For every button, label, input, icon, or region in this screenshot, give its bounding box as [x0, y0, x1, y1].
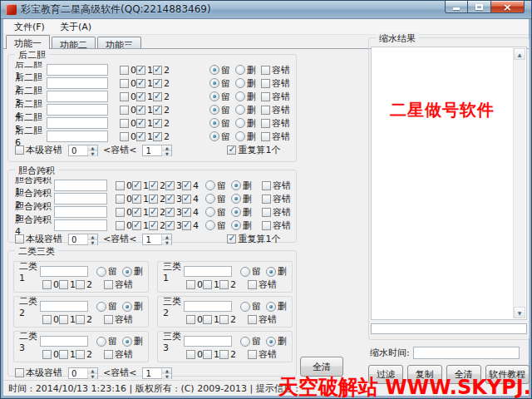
- keep-radio[interactable]: [96, 337, 106, 347]
- spinner-arrows[interactable]: ▲▼: [87, 234, 97, 244]
- repeat-count-checkbox[interactable]: [227, 145, 236, 155]
- digit-4-checkbox[interactable]: [182, 208, 191, 217]
- delete-radio[interactable]: [235, 78, 245, 88]
- digit-3-checkbox[interactable]: [165, 181, 175, 190]
- spinner-up-icon[interactable]: ▲: [88, 234, 97, 240]
- tolerance-max-spinner[interactable]: 1▲▼: [142, 234, 172, 245]
- spinner-down-icon[interactable]: ▼: [88, 151, 97, 156]
- digit-4-checkbox[interactable]: [182, 221, 191, 230]
- digit-1-checkbox[interactable]: [132, 208, 141, 217]
- delete-radio[interactable]: [266, 337, 276, 347]
- digit-2-checkbox[interactable]: [219, 280, 229, 289]
- class3-3-input[interactable]: [184, 336, 232, 347]
- dan-4-input[interactable]: [47, 104, 108, 116]
- digit-0-checkbox[interactable]: [120, 79, 129, 88]
- keep-radio[interactable]: [240, 302, 250, 312]
- keep-radio[interactable]: [209, 118, 219, 128]
- tolerance-min-spinner[interactable]: 0▲▼: [68, 234, 98, 245]
- digit-2-checkbox[interactable]: [153, 79, 162, 88]
- result-scrollbar[interactable]: ▲ ▼: [513, 48, 525, 318]
- class2-3-input[interactable]: [40, 336, 88, 347]
- delete-radio[interactable]: [231, 180, 241, 190]
- digit-4-checkbox[interactable]: [182, 195, 191, 204]
- tolerance-checkbox[interactable]: [261, 119, 270, 128]
- tolerance-checkbox[interactable]: [248, 315, 257, 324]
- delete-radio[interactable]: [235, 105, 245, 115]
- digit-3-checkbox[interactable]: [165, 221, 175, 230]
- digit-1-checkbox[interactable]: [136, 119, 145, 128]
- tab-function-3[interactable]: 功能三: [97, 37, 141, 49]
- tolerance-checkbox[interactable]: [261, 132, 270, 141]
- close-button[interactable]: ×: [490, 1, 525, 13]
- digit-0-checkbox[interactable]: [116, 208, 125, 217]
- digit-1-checkbox[interactable]: [59, 315, 68, 324]
- digit-1-checkbox[interactable]: [59, 280, 68, 289]
- kuaji-1-input[interactable]: [54, 180, 107, 191]
- kuaji-3-input[interactable]: [54, 206, 107, 218]
- tolerance-checkbox[interactable]: [262, 221, 271, 230]
- delete-radio[interactable]: [266, 302, 276, 312]
- class3-1-input[interactable]: [184, 266, 232, 277]
- digit-0-checkbox[interactable]: [120, 132, 129, 141]
- digit-2-checkbox[interactable]: [153, 92, 162, 101]
- kuaji-4-input[interactable]: [54, 219, 107, 231]
- level-tolerance-checkbox[interactable]: [15, 234, 24, 244]
- tab-function-1[interactable]: 功能一: [6, 35, 50, 49]
- digit-0-checkbox[interactable]: [186, 350, 195, 359]
- tolerance-checkbox[interactable]: [261, 66, 270, 75]
- repeat-count-checkbox[interactable]: [227, 234, 236, 244]
- class3-2-input[interactable]: [184, 301, 232, 312]
- digit-2-checkbox[interactable]: [153, 106, 162, 115]
- dan-1-input[interactable]: [47, 64, 108, 76]
- kuaji-2-input[interactable]: [54, 193, 107, 204]
- keep-radio[interactable]: [209, 91, 219, 101]
- spinner-arrows[interactable]: ▲▼: [161, 145, 171, 155]
- keep-radio[interactable]: [205, 207, 215, 217]
- tab-function-2[interactable]: 功能二: [52, 37, 96, 49]
- digit-1-checkbox[interactable]: [132, 221, 141, 230]
- digit-0-checkbox[interactable]: [42, 280, 52, 289]
- tolerance-checkbox[interactable]: [262, 195, 271, 204]
- digit-1-checkbox[interactable]: [136, 132, 145, 141]
- tolerance-checkbox[interactable]: [248, 350, 257, 359]
- digit-0-checkbox[interactable]: [116, 181, 125, 190]
- spinner-arrows[interactable]: ▲▼: [87, 145, 97, 155]
- digit-1-checkbox[interactable]: [132, 181, 141, 190]
- keep-radio[interactable]: [240, 267, 250, 277]
- spinner-down-icon[interactable]: ▼: [88, 374, 97, 379]
- keep-radio[interactable]: [209, 105, 219, 115]
- tolerance-checkbox[interactable]: [104, 315, 113, 324]
- digit-2-checkbox[interactable]: [219, 315, 229, 324]
- delete-radio[interactable]: [231, 194, 241, 204]
- delete-radio[interactable]: [266, 267, 276, 277]
- spinner-down-icon[interactable]: ▼: [162, 374, 171, 379]
- digit-2-checkbox[interactable]: [153, 119, 162, 128]
- digit-0-checkbox[interactable]: [42, 350, 52, 359]
- digit-2-checkbox[interactable]: [149, 181, 158, 190]
- menu-about[interactable]: 关于(A): [52, 19, 99, 35]
- keep-radio[interactable]: [205, 180, 215, 190]
- digit-3-checkbox[interactable]: [165, 208, 175, 217]
- spinner-arrows[interactable]: ▲▼: [161, 368, 171, 378]
- dan-6-input[interactable]: [47, 131, 108, 142]
- delete-radio[interactable]: [235, 91, 245, 101]
- spinner-down-icon[interactable]: ▼: [162, 240, 171, 245]
- delete-radio[interactable]: [122, 267, 132, 277]
- digit-1-checkbox[interactable]: [203, 315, 212, 324]
- digit-2-checkbox[interactable]: [149, 221, 158, 230]
- maximize-button[interactable]: [468, 1, 490, 13]
- digit-2-checkbox[interactable]: [149, 208, 158, 217]
- digit-1-checkbox[interactable]: [136, 106, 145, 115]
- digit-2-checkbox[interactable]: [76, 350, 85, 359]
- delete-radio[interactable]: [122, 337, 132, 347]
- tolerance-checkbox[interactable]: [261, 106, 270, 115]
- digit-0-checkbox[interactable]: [120, 119, 129, 128]
- digit-2-checkbox[interactable]: [76, 315, 85, 324]
- digit-0-checkbox[interactable]: [42, 315, 52, 324]
- tolerance-checkbox[interactable]: [262, 208, 271, 217]
- digit-0-checkbox[interactable]: [120, 106, 129, 115]
- digit-2-checkbox[interactable]: [153, 132, 162, 141]
- keep-radio[interactable]: [209, 78, 219, 88]
- delete-radio[interactable]: [235, 118, 245, 128]
- spinner-up-icon[interactable]: ▲: [162, 368, 171, 374]
